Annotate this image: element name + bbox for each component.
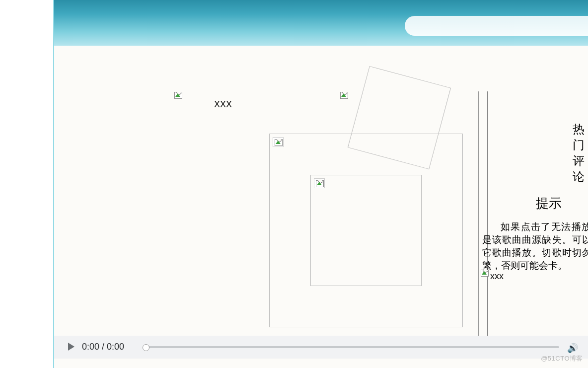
broken-image-icon — [173, 90, 185, 101]
song-item-label[interactable]: XXX — [214, 99, 232, 110]
comment-item-label[interactable]: xxx — [490, 271, 504, 282]
divider — [478, 91, 479, 345]
search-input[interactable] — [405, 16, 588, 36]
header-bar — [54, 0, 588, 46]
content-area: XXX 热门评论 提示 如果点击了无法播放，可能是该歌曲曲源缺失。可以点击其它歌… — [54, 46, 588, 368]
tip-heading: 提示 — [536, 195, 562, 212]
watermark-text: @51CTO博客 — [541, 354, 583, 363]
broken-image-icon — [339, 90, 351, 101]
divider — [487, 91, 488, 345]
hot-comments-heading: 热门评论 — [573, 121, 588, 185]
broken-image-icon — [479, 268, 490, 279]
play-button[interactable] — [68, 343, 74, 351]
broken-image-icon — [314, 178, 325, 188]
broken-image-icon — [273, 137, 284, 147]
volume-icon[interactable]: 🔊 — [567, 343, 578, 354]
seek-slider[interactable] — [144, 346, 559, 348]
album-art-inner — [310, 175, 422, 286]
tip-text: 如果点击了无法播放，可能是该歌曲曲源缺失。可以点击其它歌曲播放。切歌时切勿过于频… — [482, 221, 588, 272]
audio-player: 0:00 / 0:00 🔊 — [54, 336, 588, 359]
time-display: 0:00 / 0:00 — [82, 342, 124, 352]
